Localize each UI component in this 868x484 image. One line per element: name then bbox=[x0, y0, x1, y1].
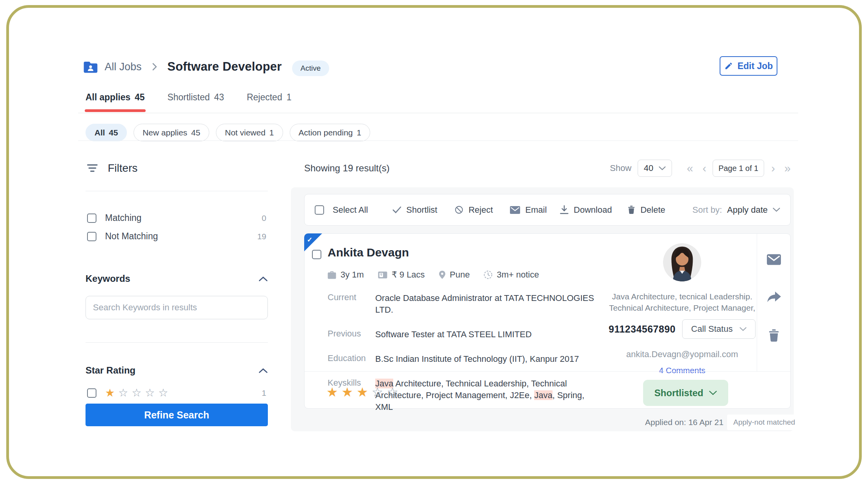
candidate-contact-block: Java Architecture, tecnical Leadership. … bbox=[608, 234, 757, 375]
email-action-button[interactable]: Email bbox=[510, 205, 547, 215]
keywords-section-header: Keywords bbox=[86, 273, 268, 284]
previous-value: Software Tester at TATA STEEL LIMITED bbox=[375, 329, 597, 340]
filters-title: Filters bbox=[108, 162, 137, 174]
education-row: Education B.Sc Indian Institute of Techn… bbox=[328, 353, 605, 365]
recruiter-applies-page: All Jobs Software Developer Active Edit … bbox=[0, 0, 868, 484]
not-matching-label: Not Matching bbox=[105, 231, 158, 242]
pill-count: 45 bbox=[191, 128, 200, 137]
tabs-divider bbox=[78, 113, 798, 113]
star-rating-section-header: Star Rating bbox=[86, 365, 268, 376]
results-header: Showing 19 result(s) Show 40 « ‹ Page 1 … bbox=[304, 158, 791, 178]
shortlist-action-button[interactable]: Shortlist bbox=[392, 205, 437, 215]
reject-action-button[interactable]: Reject bbox=[454, 205, 493, 215]
breadcrumb-all-jobs-link[interactable]: All Jobs bbox=[105, 61, 142, 73]
star-empty-icon[interactable]: ☆ bbox=[158, 388, 168, 399]
edit-job-button[interactable]: Edit Job bbox=[720, 56, 777, 76]
chevron-up-icon[interactable] bbox=[258, 368, 268, 373]
filter-pill-new-applies[interactable]: New applies 45 bbox=[134, 124, 209, 141]
reject-icon bbox=[454, 205, 463, 214]
candidate-name[interactable]: Ankita Devagn bbox=[328, 246, 409, 259]
location-pin-icon bbox=[439, 270, 446, 279]
call-status-select[interactable]: Call Status bbox=[682, 319, 756, 339]
previous-row: Previous Software Tester at TATA STEEL L… bbox=[328, 329, 605, 340]
job-status-badge: Active bbox=[292, 60, 330, 76]
star-filled-icon[interactable]: ★ bbox=[342, 386, 353, 399]
one-star-checkbox[interactable] bbox=[87, 388, 96, 398]
page-size-select[interactable]: 40 bbox=[638, 160, 672, 177]
tab-label: Rejected bbox=[247, 92, 282, 103]
filter-pill-action-pending[interactable]: Action pending 1 bbox=[290, 124, 371, 141]
select-all-checkbox[interactable] bbox=[315, 205, 324, 215]
delete-candidate-icon[interactable] bbox=[768, 329, 780, 342]
filter-pill-all[interactable]: All 45 bbox=[86, 124, 127, 141]
star-filled-icon[interactable]: ★ bbox=[326, 386, 338, 399]
salary-card-icon bbox=[378, 271, 387, 279]
delete-action-button[interactable]: Delete bbox=[627, 205, 665, 215]
keywords-title: Keywords bbox=[86, 273, 130, 284]
divider bbox=[86, 342, 268, 343]
candidate-phone: 911234567890 bbox=[609, 324, 676, 335]
star-filled-icon[interactable]: ★ bbox=[105, 388, 115, 399]
star-empty-icon[interactable]: ☆ bbox=[145, 388, 155, 399]
tab-count: 1 bbox=[287, 92, 292, 103]
tab-label: All applies bbox=[86, 92, 130, 103]
share-forward-icon[interactable] bbox=[767, 292, 781, 303]
tab-count: 45 bbox=[135, 92, 145, 103]
star-empty-icon[interactable]: ☆ bbox=[132, 388, 141, 399]
download-action-button[interactable]: Download bbox=[560, 205, 612, 215]
keywords-search-input[interactable] bbox=[86, 296, 268, 319]
ribbon-check-icon: ✓ bbox=[307, 236, 312, 244]
star-empty-icon[interactable]: ☆ bbox=[118, 388, 128, 399]
page-title: Software Developer bbox=[168, 60, 282, 74]
prev-page-button[interactable]: ‹ bbox=[702, 163, 706, 174]
sort-by-control[interactable]: Sort by: Apply date bbox=[692, 205, 780, 215]
matching-label: Matching bbox=[105, 213, 141, 223]
filter-pill-not-viewed[interactable]: Not viewed 1 bbox=[216, 124, 283, 141]
star-empty-icon[interactable]: ☆ bbox=[372, 386, 383, 399]
phone-row: 911234567890 Call Status bbox=[609, 319, 756, 339]
notice-clock-icon bbox=[484, 270, 492, 279]
education-label: Education bbox=[328, 353, 375, 365]
next-page-button[interactable]: › bbox=[771, 163, 775, 174]
filter-icon bbox=[87, 164, 98, 173]
current-row: Current Oracle Database Administrator at… bbox=[328, 292, 605, 316]
pills-divider bbox=[78, 141, 798, 141]
sort-by-label: Sort by: bbox=[692, 205, 722, 215]
applied-on-date: Applied on: 16 Apr 21 bbox=[645, 418, 724, 427]
email-candidate-icon[interactable] bbox=[767, 254, 781, 265]
briefcase-icon bbox=[328, 271, 336, 279]
breadcrumb-chevron-icon bbox=[152, 62, 157, 71]
results-summary: Showing 19 result(s) bbox=[304, 163, 390, 174]
star-empty-icon[interactable]: ☆ bbox=[387, 386, 398, 399]
tab-label: Shortlisted bbox=[168, 92, 210, 103]
candidate-email: ankita.Devagn@yopmail.com bbox=[626, 349, 738, 359]
card-icon-column bbox=[757, 234, 790, 371]
last-page-button[interactable]: » bbox=[784, 163, 791, 174]
tab-shortlisted[interactable]: Shortlisted 43 bbox=[168, 92, 224, 112]
not-matching-checkbox[interactable] bbox=[87, 232, 96, 241]
candidate-checkbox[interactable] bbox=[312, 250, 321, 259]
download-action-label: Download bbox=[574, 205, 612, 215]
first-page-button[interactable]: « bbox=[687, 163, 693, 174]
experience-value: 3y 1m bbox=[340, 270, 364, 280]
tab-rejected[interactable]: Rejected 1 bbox=[247, 92, 292, 112]
edit-job-label: Edit Job bbox=[738, 61, 773, 71]
previous-label: Previous bbox=[328, 329, 375, 340]
current-value: Oracle Database Administrator at TATA TE… bbox=[375, 292, 597, 316]
experience-item: 3y 1m bbox=[328, 270, 364, 280]
matching-checkbox[interactable] bbox=[87, 214, 96, 223]
candidate-status-button[interactable]: Shortlisted bbox=[643, 380, 728, 406]
check-icon bbox=[392, 206, 401, 214]
pill-label: Not viewed bbox=[225, 128, 266, 137]
tab-all-applies[interactable]: All applies 45 bbox=[86, 92, 145, 112]
candidate-avatar[interactable] bbox=[663, 243, 701, 281]
show-label: Show bbox=[610, 163, 631, 173]
star-filled-icon[interactable]: ★ bbox=[356, 386, 368, 399]
chevron-up-icon[interactable] bbox=[258, 276, 268, 281]
filters-sidebar: Filters Matching 0 Not Matching 19 Keywo… bbox=[86, 162, 268, 431]
profile-summary-line2: Technical Architecture, Project Manager, bbox=[609, 302, 756, 313]
pill-label: Action pending bbox=[299, 128, 353, 137]
refine-search-button[interactable]: Refine Search bbox=[86, 404, 268, 426]
notice-period-item: 3m+ notice bbox=[484, 270, 539, 280]
notice-period-value: 3m+ notice bbox=[497, 270, 539, 280]
